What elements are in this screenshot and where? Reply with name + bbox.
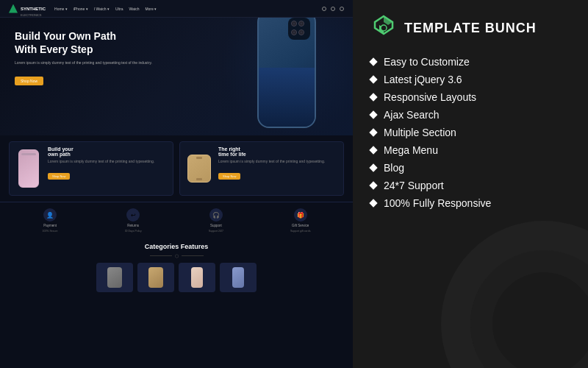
diamond-icon-1 (369, 57, 377, 66)
category-thumb-2 (137, 263, 174, 292)
product-card-phone-desc: Lorem ipsum is simply dummy text of the … (48, 159, 168, 164)
product-card-watch-desc: Lorem ipsum is simply dummy text of the … (218, 159, 339, 164)
hero-phone-image (250, 18, 323, 135)
brand-logo (370, 15, 397, 41)
feature-text-1: Easy to Customize (384, 56, 470, 68)
service-returns-sublabel: 30 Days Policy (125, 230, 142, 233)
cat-phone2-icon (232, 267, 244, 288)
user-icon (331, 7, 335, 11)
returns-icon: ↩ (126, 208, 140, 222)
watch-mini-icon (187, 155, 211, 183)
feature-item-4: Ajax Search (370, 109, 570, 121)
right-panel: TEMPLATE BUNCH Easy to Customize Latest … (353, 0, 588, 368)
feature-text-8: 24*7 Support (384, 180, 444, 191)
hero-shop-button[interactable]: Shop Now (15, 77, 43, 85)
product-card-watch-btn[interactable]: Shop Now (218, 173, 240, 180)
feature-text-3: Responsive Layouts (384, 91, 476, 103)
feature-item-8: 24*7 Support (370, 180, 570, 191)
product-card-phone: Build yourown path Lorem ipsum is simply… (9, 141, 173, 196)
product-card-phone-img (14, 146, 43, 191)
diamond-icon-5 (369, 128, 377, 136)
service-gift-label: Gift Service (292, 224, 309, 227)
search-icon (322, 7, 326, 11)
gift-icon: 🎁 (294, 208, 307, 222)
service-row: 👤 Payment 100% Secure ↩ Returns 30 Days … (0, 202, 353, 238)
camera-lens-2 (298, 21, 304, 26)
logo-icon (9, 4, 18, 13)
service-payment-label: Payment (43, 224, 57, 227)
divider-icon: ⬡ (175, 253, 179, 258)
camera-lens-4 (298, 29, 304, 35)
product-card-watch-img (184, 146, 214, 191)
nav-icons (322, 7, 344, 11)
divider-line-left (150, 255, 172, 256)
feature-item-5: Multiple Section (370, 127, 570, 138)
product-card-phone-title: Build yourown path (48, 146, 168, 157)
brand-name: TEMPLATE BUNCH (404, 21, 537, 36)
feature-item-3: Responsive Layouts (370, 91, 570, 103)
service-payment: 👤 Payment 100% Secure (43, 208, 58, 233)
diamond-icon-6 (369, 146, 377, 154)
bg-circle-outer (441, 221, 588, 368)
feature-item-9: 100% Fully Responsive (370, 197, 570, 209)
nav-link-watch2: Watch (129, 7, 139, 11)
diamond-icon-2 (369, 75, 377, 83)
diamond-icon-9 (369, 199, 377, 207)
logo-text: SYNTHETIC (21, 7, 46, 11)
category-thumbs (9, 263, 344, 292)
diamond-icon-3 (369, 93, 377, 101)
cart-icon (340, 7, 344, 11)
brand-header: TEMPLATE BUNCH (370, 15, 570, 41)
feature-item-6: Mega Menu (370, 144, 570, 156)
feature-item-2: Latest jQuery 3.6 (370, 74, 570, 85)
feature-text-9: 100% Fully Responsive (384, 197, 491, 209)
product-card-watch: The righttime for life Lorem ipsum is si… (179, 141, 344, 196)
diamond-icon-8 (369, 181, 377, 189)
service-gift-sublabel: Support gift cards (290, 230, 310, 233)
hero-title: Build Your Own PathWith Every Step (15, 29, 162, 56)
navbar: SYNTHETIC ELECTRONICS Home ▾ iPhone ▾ I … (0, 0, 353, 18)
phone-screen (259, 68, 315, 127)
feature-text-4: Ajax Search (384, 109, 439, 121)
category-thumb-4 (220, 263, 257, 292)
hero-section: Build Your Own PathWith Every Step Lorem… (0, 18, 353, 135)
service-support: 🎧 Support Support 24/7 (209, 208, 223, 233)
product-card-phone-btn[interactable]: Shop Now (48, 173, 70, 180)
cat-watch-icon (107, 267, 122, 288)
svg-point-0 (381, 25, 387, 31)
hero-desc: Lorem ipsum is simply dummy text of the … (15, 60, 162, 66)
feature-item-1: Easy to Customize (370, 56, 570, 68)
nav-link-ultra: Ultra (115, 7, 123, 11)
cat-phone-icon (191, 267, 203, 288)
feature-list: Easy to Customize Latest jQuery 3.6 Resp… (370, 56, 570, 209)
nav-logo: SYNTHETIC ELECTRONICS (9, 0, 46, 17)
cat-watch2-icon (148, 267, 163, 288)
nav-link-watch: I Watch ▾ (94, 7, 110, 11)
service-support-label: Support (210, 224, 222, 227)
feature-text-5: Multiple Section (384, 127, 456, 138)
camera-lens-1 (291, 21, 297, 26)
diamond-icon-4 (369, 110, 377, 118)
logo-subtext: ELECTRONICS (21, 13, 46, 17)
categories-section: Categories Features ⬡ (0, 238, 353, 297)
product-card-watch-info: The righttime for life Lorem ipsum is si… (218, 146, 339, 180)
feature-text-6: Mega Menu (384, 144, 438, 156)
website-preview: SYNTHETIC ELECTRONICS Home ▾ iPhone ▾ I … (0, 0, 353, 368)
service-returns: ↩ Returns 30 Days Policy (125, 208, 142, 233)
phone-body (257, 18, 316, 128)
payment-icon: 👤 (43, 208, 57, 222)
feature-text-7: Blog (384, 162, 404, 174)
service-gift: 🎁 Gift Service Support gift cards (290, 208, 310, 233)
phone-mini-icon (18, 149, 39, 188)
camera-lens-3 (291, 29, 297, 35)
bg-circle-inner (470, 250, 588, 368)
nav-link-home: Home ▾ (54, 7, 68, 11)
product-card-watch-title: The righttime for life (218, 146, 339, 157)
category-thumb-3 (179, 263, 215, 292)
service-support-sublabel: Support 24/7 (209, 230, 223, 233)
product-cards-section: Build yourown path Lorem ipsum is simply… (0, 135, 353, 202)
feature-text-2: Latest jQuery 3.6 (384, 74, 462, 85)
diamond-icon-7 (369, 163, 377, 171)
feature-item-7: Blog (370, 162, 570, 174)
support-icon: 🎧 (209, 208, 223, 222)
